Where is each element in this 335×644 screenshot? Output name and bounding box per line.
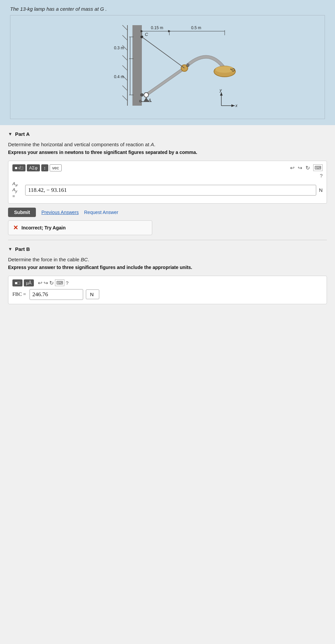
part-a-unit: N — [319, 187, 323, 193]
svg-text:0.15 m: 0.15 m — [151, 25, 163, 30]
fbc-label: FBC = — [12, 291, 26, 297]
part-a-input[interactable] — [25, 185, 316, 196]
matrix-icon-b: ■□ — [15, 280, 20, 285]
part-b-header[interactable]: ▼ Part B — [8, 246, 327, 252]
part-b-collapse-icon[interactable]: ▼ — [8, 247, 12, 252]
part-b-title: Part B — [15, 246, 30, 252]
part-a-title: Part A — [15, 131, 30, 137]
ay-label: Ay — [12, 187, 17, 192]
svg-text:0.5 m: 0.5 m — [191, 25, 201, 30]
part-a-input-label: Ax, Ay = — [12, 181, 22, 200]
part-b-toolbar-left: ■□ μÅ ↩ ↪ ↻ ⌨ ? — [12, 279, 68, 286]
eq-label: = — [12, 194, 15, 199]
feedback-box-a: ✕ Incorrect; Try Again — [8, 220, 152, 235]
part-b-input[interactable] — [30, 289, 83, 300]
symbol-button[interactable]: ΑΣφ — [27, 164, 40, 171]
matrix-button[interactable]: ■ √□ — [12, 164, 25, 171]
part-b-description: Determine the force in the cable BC. — [8, 257, 327, 262]
sqrt-icon: √□ — [18, 165, 23, 170]
svg-text:C: C — [145, 32, 148, 37]
part-a-section: ▼ Part A Determine the horizontal and ve… — [8, 131, 327, 235]
svg-text:A: A — [148, 98, 151, 103]
svg-point-34 — [144, 93, 149, 97]
matrix-button-b[interactable]: ■□ — [12, 279, 22, 286]
keyboard-icon-b[interactable]: ⌨ — [55, 279, 64, 286]
svg-text:0.4 m: 0.4 m — [114, 74, 124, 79]
part-a-input-row: Ax, Ay = N — [12, 181, 323, 200]
svg-rect-1 — [132, 25, 142, 106]
help-icon-a[interactable]: ? — [320, 173, 323, 178]
part-a-description: Determine the horizontal and vertical co… — [8, 142, 327, 147]
svg-text:*G: *G — [230, 68, 235, 72]
previous-answers-link[interactable]: Previous Answers — [41, 210, 78, 215]
submit-button-a[interactable]: Submit — [8, 208, 36, 217]
ax-label: Ax, — [12, 181, 18, 186]
part-b-section: ▼ Part B Determine the force in the cabl… — [8, 246, 327, 304]
section-divider — [8, 240, 327, 240]
keyboard-icon[interactable]: ⌨ — [313, 164, 323, 171]
feedback-text: Incorrect; Try Again — [21, 225, 66, 230]
problem-text: The 13-kg lamp has a center of mass at G… — [10, 6, 325, 12]
part-b-instruction: Express your answer to three significant… — [8, 264, 327, 271]
unit-button-b[interactable]: μÅ — [24, 279, 34, 286]
part-b-unit-box: N — [86, 289, 99, 299]
part-a-toolbar: ■ √□ ΑΣφ ↕ vec ↩ ↪ ↻ ⌨ — [12, 164, 323, 171]
part-a-toolbar-right: ↩ ↪ ↻ ⌨ — [290, 164, 323, 171]
svg-text:x: x — [235, 103, 238, 108]
content-area: ▼ Part A Determine the horizontal and ve… — [0, 131, 335, 304]
diagram-box: 0.15 m 0.5 m 0.3 m 0.4 m C — [10, 15, 325, 119]
diagram-svg: 0.15 m 0.5 m 0.3 m 0.4 m C — [80, 18, 255, 116]
part-a-collapse-icon[interactable]: ▼ — [8, 131, 12, 137]
svg-text:B: B — [186, 63, 189, 68]
incorrect-icon: ✕ — [13, 224, 18, 231]
part-b-input-row: FBC = N — [12, 289, 323, 300]
svg-text:y: y — [219, 88, 222, 93]
help-icon-b[interactable]: ? — [66, 280, 68, 286]
part-a-instruction: Express your answers in newtons to three… — [8, 149, 327, 156]
redo-icon-b[interactable]: ↪ — [44, 280, 48, 286]
vec-button[interactable]: vec — [50, 164, 62, 171]
undo-icon-b[interactable]: ↩ — [38, 280, 42, 286]
part-a-toolbar-left: ■ √□ ΑΣφ ↕ vec — [12, 164, 62, 171]
refresh-icon-b[interactable]: ↻ — [49, 280, 54, 286]
svg-text:0.3 m: 0.3 m — [114, 46, 124, 50]
request-answer-link[interactable]: Request Answer — [84, 210, 118, 215]
diagram-section: The 13-kg lamp has a center of mass at G… — [0, 0, 335, 125]
refresh-icon[interactable]: ↻ — [305, 165, 310, 171]
undo-icon[interactable]: ↩ — [290, 165, 294, 171]
sort-button[interactable]: ↕ — [41, 164, 48, 171]
svg-point-39 — [140, 93, 144, 97]
matrix-icon: ■ — [15, 165, 17, 170]
part-a-answer-box: ■ √□ ΑΣφ ↕ vec ↩ ↪ ↻ ⌨ — [8, 161, 327, 204]
part-a-submit-row: Submit Previous Answers Request Answer — [8, 208, 327, 217]
svg-text:o: o — [139, 99, 142, 103]
part-b-toolbar: ■□ μÅ ↩ ↪ ↻ ⌨ ? — [12, 279, 323, 286]
part-b-answer-box: ■□ μÅ ↩ ↪ ↻ ⌨ ? FBC = N — [8, 276, 327, 304]
redo-icon[interactable]: ↪ — [298, 165, 302, 171]
part-a-header[interactable]: ▼ Part A — [8, 131, 327, 137]
